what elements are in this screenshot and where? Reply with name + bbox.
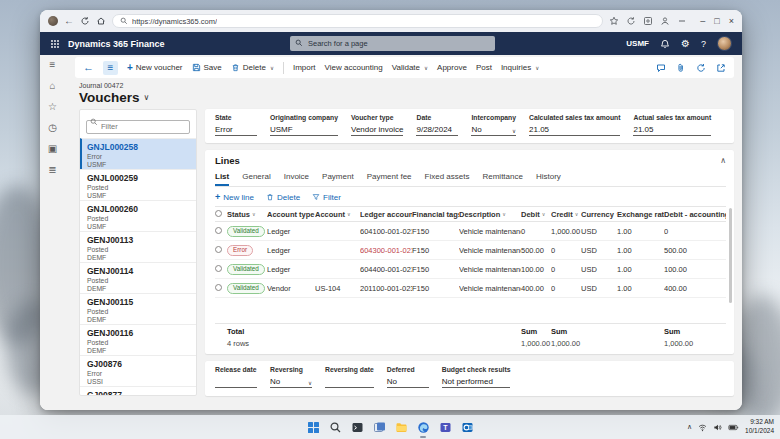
help-icon[interactable]: ?: [701, 39, 706, 49]
voucher-list-item[interactable]: GNJL000259 Posted USMF: [80, 169, 196, 200]
cell-currency[interactable]: USD: [581, 227, 617, 236]
cell-exchange-rate[interactable]: 1.00: [617, 284, 664, 293]
column-header[interactable]: Description ∨: [459, 210, 521, 219]
field-input[interactable]: USMF ∨: [270, 123, 338, 136]
minimize-button[interactable]: –: [700, 16, 705, 26]
column-header[interactable]: Currency ∨: [581, 210, 617, 219]
voucher-list-item[interactable]: GENJ00115 Posted DEMF: [80, 293, 196, 324]
back-icon[interactable]: ←: [64, 16, 74, 26]
field-input[interactable]: ∨: [325, 375, 374, 388]
file-explorer-icon[interactable]: [394, 420, 408, 434]
column-header[interactable]: Account ∨: [315, 210, 360, 219]
collapse-chevron-icon[interactable]: ∧: [720, 156, 726, 165]
cell-currency[interactable]: USD: [581, 265, 617, 274]
cell-debit[interactable]: 100.00: [521, 265, 551, 274]
voucher-list-item[interactable]: GJ00877 Error USSI: [80, 386, 196, 396]
cell-ledger-account[interactable]: 201100-001-023: [360, 284, 412, 293]
cell-currency[interactable]: USD: [581, 246, 617, 255]
cell-account-type[interactable]: Vendor: [267, 284, 315, 293]
lines-tab[interactable]: Payment: [322, 170, 354, 186]
row-select-radio[interactable]: [215, 227, 222, 234]
task-view-icon[interactable]: [372, 420, 386, 434]
field-input[interactable]: Not performed ∨: [442, 375, 511, 388]
lines-tab[interactable]: History: [536, 170, 561, 186]
cell-debit[interactable]: 0: [521, 227, 551, 236]
profile-icon[interactable]: [660, 16, 670, 26]
cell-financial-tags[interactable]: F150: [412, 265, 459, 274]
cell-ledger-account[interactable]: 604400-001-023: [360, 265, 412, 274]
field-input[interactable]: 9/28/2024 ∨: [416, 123, 458, 136]
chevron-down-icon[interactable]: ∨: [512, 128, 516, 134]
table-row[interactable]: Validated Vendor US-104 201100-001-023 F…: [215, 279, 726, 298]
user-avatar[interactable]: [717, 36, 732, 51]
cell-debit[interactable]: 500.00: [521, 246, 551, 255]
voucher-list-item[interactable]: GJ00876 Error USSI: [80, 355, 196, 386]
lines-tab[interactable]: Invoice: [284, 170, 309, 186]
refresh-icon[interactable]: [696, 63, 706, 73]
cell-description[interactable]: Vehicle maintenance: [459, 227, 521, 236]
column-header[interactable]: Status ∨: [227, 210, 267, 219]
terminal-app-icon[interactable]: [350, 420, 364, 434]
filter-button[interactable]: Filter: [312, 193, 341, 202]
new-voucher-button[interactable]: +New voucher: [127, 62, 183, 73]
more-menu-icon[interactable]: [677, 16, 687, 26]
start-icon[interactable]: [306, 420, 320, 434]
voucher-list-item[interactable]: GENJ00116 Posted DEMF: [80, 324, 196, 355]
maximize-button[interactable]: □: [714, 16, 719, 26]
taskbar-clock[interactable]: 9:32 AM 10/1/2024: [745, 418, 774, 436]
edge-browser-icon[interactable]: [416, 420, 430, 434]
cell-credit[interactable]: 0: [551, 284, 581, 293]
cell-debit[interactable]: 400.00: [521, 284, 551, 293]
cell-credit[interactable]: 1,000.00: [551, 227, 581, 236]
cell-description[interactable]: Vehicle maintenance: [459, 265, 521, 274]
wifi-icon[interactable]: [698, 423, 707, 432]
waffle-menu-icon[interactable]: [50, 39, 60, 49]
field-input[interactable]: ∨: [215, 375, 257, 388]
filter-input[interactable]: [86, 120, 190, 134]
cell-description[interactable]: Vehicle maintenance: [459, 246, 521, 255]
column-header[interactable]: Exchange rate ∨: [617, 210, 664, 219]
row-select-radio[interactable]: [215, 284, 222, 291]
voucher-list-item[interactable]: GNJL000258 Error USMF: [80, 138, 196, 169]
home-icon[interactable]: [96, 16, 106, 26]
select-all-radio[interactable]: [215, 210, 222, 217]
lines-tab[interactable]: Payment fee: [367, 170, 412, 186]
post-button[interactable]: Post: [476, 63, 492, 72]
lines-tab[interactable]: List: [215, 170, 229, 186]
chevron-down-icon[interactable]: ∨: [308, 380, 312, 386]
lines-tab[interactable]: General: [242, 170, 270, 186]
cell-description[interactable]: Vehicle maintenance: [459, 284, 521, 293]
new-line-button[interactable]: +New line: [215, 192, 254, 202]
delete-button[interactable]: Delete∨: [231, 63, 274, 72]
row-select-radio[interactable]: [215, 265, 222, 272]
company-selector[interactable]: USMF: [626, 39, 649, 48]
approve-button[interactable]: Approve: [437, 63, 467, 72]
column-header[interactable]: Account type ∨: [267, 210, 315, 219]
import-button[interactable]: Import: [293, 63, 316, 72]
cell-financial-tags[interactable]: F150: [412, 246, 459, 255]
cell-credit[interactable]: 0: [551, 265, 581, 274]
column-header[interactable]: Ledger account ∨: [360, 210, 412, 219]
cell-financial-tags[interactable]: F150: [412, 284, 459, 293]
cell-exchange-rate[interactable]: 1.00: [617, 265, 664, 274]
volume-icon[interactable]: [713, 423, 722, 432]
voucher-list-item[interactable]: GNJL000260 Posted USMF: [80, 200, 196, 231]
settings-gear-icon[interactable]: ⚙: [681, 39, 690, 49]
lines-tab[interactable]: Remittance: [482, 170, 522, 186]
cell-account-type[interactable]: Ledger: [267, 246, 315, 255]
save-button[interactable]: Save: [192, 63, 222, 72]
cell-account[interactable]: US-104: [315, 284, 360, 293]
table-row[interactable]: Error Ledger 604300-001-023 F150 Vehicle…: [215, 241, 726, 260]
address-bar[interactable]: https://dynamics365.com/: [112, 14, 603, 28]
field-input[interactable]: No ∨: [387, 375, 429, 388]
browser-profile-icon[interactable]: [48, 16, 58, 26]
cell-exchange-rate[interactable]: 1.00: [617, 246, 664, 255]
field-input[interactable]: Error ∨: [215, 123, 257, 136]
refresh-icon[interactable]: [80, 16, 90, 26]
rail-icon[interactable]: ◷: [48, 123, 57, 133]
cell-debit-accounting[interactable]: 100.00: [664, 265, 726, 274]
rail-icon[interactable]: ≡: [50, 60, 56, 70]
tray-expand-chevron-icon[interactable]: ∧: [687, 423, 692, 431]
delete-line-button[interactable]: Delete: [266, 193, 300, 202]
vertical-scrollbar[interactable]: [729, 208, 732, 303]
